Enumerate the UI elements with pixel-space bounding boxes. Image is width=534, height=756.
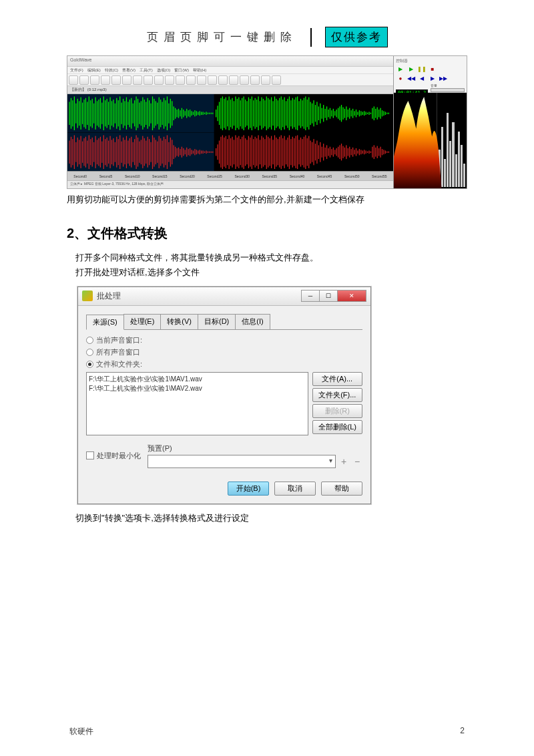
help-button[interactable]: 帮助 bbox=[321, 482, 362, 496]
cancel-button[interactable]: 取消 bbox=[274, 482, 316, 496]
tool-button[interactable] bbox=[176, 75, 185, 85]
tool-button[interactable] bbox=[218, 75, 228, 85]
svg-rect-135 bbox=[287, 99, 288, 128]
tool-button[interactable] bbox=[165, 75, 174, 85]
svg-rect-253 bbox=[156, 140, 156, 164]
svg-rect-382 bbox=[367, 151, 368, 152]
tab-process[interactable]: 处理(E) bbox=[123, 314, 162, 329]
file-list[interactable]: F:\华工上机实验作业\实验1\MAV1.wav F:\华工上机实验作业\实验1… bbox=[86, 372, 308, 435]
tab-convert[interactable]: 转换(V) bbox=[160, 314, 198, 329]
svg-rect-142 bbox=[298, 101, 299, 126]
tool-button[interactable] bbox=[197, 75, 206, 85]
remove-all-button[interactable]: 全部删除(L) bbox=[312, 420, 362, 434]
svg-rect-91 bbox=[216, 110, 216, 118]
radio-files[interactable] bbox=[86, 361, 93, 368]
tool-button[interactable] bbox=[208, 75, 217, 85]
svg-rect-186 bbox=[370, 113, 371, 114]
tool-button[interactable] bbox=[133, 75, 142, 85]
svg-rect-259 bbox=[165, 139, 166, 165]
minimize-button[interactable]: ─ bbox=[301, 290, 320, 302]
svg-rect-263 bbox=[172, 140, 172, 164]
svg-rect-362 bbox=[334, 150, 335, 154]
maximize-button[interactable]: ☐ bbox=[319, 290, 338, 302]
tab-info[interactable]: 信息(I) bbox=[235, 314, 270, 329]
tool-button[interactable] bbox=[90, 75, 99, 85]
waveform-area[interactable] bbox=[67, 94, 393, 171]
svg-rect-360 bbox=[331, 149, 332, 155]
volume-slider[interactable] bbox=[431, 88, 465, 92]
tool-button[interactable] bbox=[229, 75, 238, 85]
svg-rect-249 bbox=[149, 139, 150, 165]
svg-rect-145 bbox=[304, 98, 304, 129]
tool-button[interactable] bbox=[272, 75, 281, 85]
menu-item[interactable]: 工具(T) bbox=[140, 67, 153, 73]
menu-item[interactable]: 窗口(W) bbox=[174, 67, 189, 73]
svg-rect-78 bbox=[193, 112, 194, 115]
pause-button[interactable]: ❚❚ bbox=[417, 65, 427, 73]
tool-button[interactable] bbox=[79, 75, 89, 85]
dialog-titlebar[interactable]: 批处理 ─ ☐ ✕ bbox=[78, 287, 370, 306]
svg-rect-46 bbox=[141, 101, 142, 126]
next-button[interactable]: ▶▶ bbox=[439, 74, 448, 82]
svg-rect-79 bbox=[194, 110, 195, 116]
tab-target[interactable]: 目标(D) bbox=[198, 314, 236, 329]
menu-item[interactable]: 特效(C) bbox=[105, 67, 118, 73]
svg-rect-223 bbox=[107, 137, 107, 166]
svg-rect-394 bbox=[386, 151, 387, 152]
tool-button[interactable] bbox=[111, 75, 121, 85]
svg-rect-285 bbox=[208, 151, 208, 152]
svg-rect-370 bbox=[348, 148, 348, 156]
tool-button[interactable] bbox=[122, 75, 131, 85]
prev-button[interactable]: ◀◀ bbox=[407, 74, 416, 82]
svg-rect-189 bbox=[375, 109, 376, 118]
svg-rect-352 bbox=[318, 145, 319, 159]
menu-item[interactable]: 查看(V) bbox=[122, 67, 136, 73]
minimize-checkbox[interactable] bbox=[86, 451, 94, 459]
radio-current[interactable] bbox=[86, 337, 93, 344]
svg-rect-281 bbox=[201, 150, 202, 154]
radio-all[interactable] bbox=[86, 349, 93, 356]
svg-rect-278 bbox=[196, 150, 197, 154]
menu-item[interactable]: 选项(O) bbox=[157, 67, 171, 73]
tool-button[interactable] bbox=[154, 75, 164, 85]
begin-button[interactable]: 开始(B) bbox=[228, 482, 269, 496]
menu-item[interactable]: 帮助(H) bbox=[193, 67, 206, 73]
play-button-2[interactable]: ▶ bbox=[407, 65, 416, 73]
svg-rect-76 bbox=[190, 110, 190, 118]
svg-rect-225 bbox=[109, 136, 110, 168]
tool-button[interactable] bbox=[186, 75, 196, 85]
record-button[interactable]: ● bbox=[396, 74, 405, 82]
remove-preset-icon[interactable]: − bbox=[352, 456, 362, 467]
tool-button[interactable] bbox=[101, 75, 110, 85]
add-preset-icon[interactable]: + bbox=[338, 456, 349, 467]
svg-rect-207 bbox=[81, 136, 81, 168]
menu-item[interactable]: 编辑(E) bbox=[87, 67, 101, 73]
forward-button[interactable]: ▶ bbox=[428, 74, 437, 82]
preset-dropdown[interactable] bbox=[148, 455, 336, 468]
svg-rect-291 bbox=[219, 140, 220, 164]
close-button[interactable]: ✕ bbox=[337, 290, 366, 302]
svg-rect-239 bbox=[133, 142, 134, 162]
list-item[interactable]: F:\华工上机实验作业\实验1\MAV1.wav bbox=[89, 375, 306, 384]
menu-item[interactable]: 文件(F) bbox=[70, 67, 83, 73]
list-item[interactable]: F:\华工上机实验作业\实验1\MAV2.wav bbox=[89, 384, 306, 393]
svg-rect-196 bbox=[386, 113, 387, 114]
tool-button[interactable] bbox=[240, 75, 249, 85]
svg-rect-179 bbox=[359, 110, 360, 116]
tool-button[interactable] bbox=[69, 75, 78, 85]
add-folder-button[interactable]: 文件夹(F)... bbox=[312, 388, 362, 402]
svg-rect-237 bbox=[129, 138, 130, 166]
tool-button[interactable] bbox=[144, 75, 153, 85]
rewind-button[interactable]: ◀ bbox=[417, 74, 427, 82]
svg-rect-87 bbox=[208, 113, 208, 114]
svg-rect-116 bbox=[256, 100, 257, 127]
svg-rect-320 bbox=[266, 135, 267, 169]
play-button[interactable]: ▶ bbox=[396, 65, 405, 73]
tool-button[interactable] bbox=[250, 75, 260, 85]
tool-button[interactable] bbox=[261, 75, 270, 85]
tab-source[interactable]: 来源(S) bbox=[86, 315, 124, 330]
svg-rect-215 bbox=[93, 142, 94, 162]
stop-button[interactable]: ■ bbox=[428, 65, 437, 73]
remove-button[interactable]: 删除(R) bbox=[312, 404, 362, 418]
add-file-button[interactable]: 文件(A)... bbox=[312, 372, 362, 386]
